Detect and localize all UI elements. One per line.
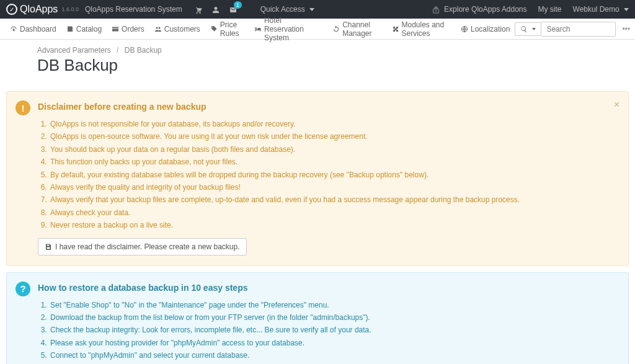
create-backup-button[interactable]: I have read the disclaimer. Please creat… [38,238,247,255]
quick-access-label: Quick Access [260,5,305,14]
save-icon [45,243,52,251]
nav-channel[interactable]: Channel Manager [327,20,386,38]
help-icon: ? [16,282,30,296]
create-backup-label: I have read the disclaimer. Please creat… [55,242,240,251]
nav-customers[interactable]: Customers [149,25,205,33]
nav-label: Channel Manager [342,20,381,38]
nav-label: Hotel Reservation System [264,16,322,42]
disclaimer-item: QloApps is open-source software. You are… [49,130,618,143]
puzzle-icon [392,25,399,33]
warning-icon: ! [16,100,30,115]
restore-panel: ? How to restore a database backup in 10… [6,272,629,364]
breadcrumb: Advanced Parameters / DB Backup [37,46,598,55]
mail-badge: 1 [234,1,242,9]
disclaimer-panel: × ! Disclaimer before creating a new bac… [6,91,629,266]
disclaimer-item: Never restore a backup on a live site. [49,219,618,231]
restore-item: Connect to "phpMyAdmin" and select your … [49,349,618,362]
chevron-down-icon [309,8,314,11]
addons-link[interactable]: Explore QloApps Addons [432,5,527,14]
nav-label: Orders [122,25,144,33]
credit-card-icon [112,25,119,33]
disclaimer-list: QloApps is not responsible for your data… [49,118,618,232]
addons-icon [432,5,442,14]
restore-item: Set "Enable Shop" to "No" in the "Mainte… [49,299,618,311]
disclaimer-item: You should back up your data on a regula… [49,143,618,156]
disclaimer-item: Always verify that your backup files are… [49,193,618,206]
mysite-link[interactable]: My site [538,5,562,14]
disclaimer-item: Always verify the quality and integrity … [49,181,618,193]
nav-localization[interactable]: Localization [456,25,515,33]
restore-title: How to restore a database backup in 10 e… [38,283,618,293]
nav-label: Price Rules [220,20,244,38]
disclaimer-item: By default, your existing database table… [49,169,618,181]
close-icon[interactable]: × [614,99,619,110]
topbar-subtitle: QloApps Reservation System [85,5,182,14]
nav-label: Catalog [76,25,102,33]
disclaimer-item: This function only backs up your databas… [49,156,618,168]
addons-label: Explore QloApps Addons [444,5,526,14]
nav-hotel[interactable]: Hotel Reservation System [249,16,327,42]
restore-item: Unless you enabled the "Drop existing ta… [49,362,618,364]
globe-icon [461,25,468,33]
refresh-icon [332,25,340,33]
nav-label: Localization [471,25,510,33]
gauge-icon [10,25,17,33]
nav-dashboard[interactable]: Dashboard [5,25,61,33]
nav-price-rules[interactable]: Price Rules [205,20,249,38]
restore-item: Download the backup from the list below … [49,311,618,324]
nav-label: Modules and Services [402,20,451,38]
breadcrumb-parent[interactable]: Advanced Parameters [37,46,111,55]
breadcrumb-current: DB Backup [125,46,162,55]
nav-label: Customers [164,25,200,33]
restore-item: Please ask your hosting provider for "ph… [49,337,618,349]
mail-icon[interactable]: 1 [229,5,237,14]
svg-point-0 [435,10,437,11]
search-icon [520,25,528,33]
quick-access-menu[interactable]: Quick Access [260,5,314,14]
nav-catalog[interactable]: Catalog [61,25,107,33]
restore-list: Set "Enable Shop" to "No" in the "Mainte… [49,299,618,364]
nav-label: Dashboard [20,25,56,33]
brand-logo[interactable]: QloApps [6,4,58,15]
version-label: 1.6.0.0 [61,6,79,12]
disclaimer-title: Disclaimer before creating a new backup [38,102,618,112]
breadcrumb-separator: / [117,46,118,55]
user-menu[interactable]: Webkul Demo [573,5,629,14]
book-icon [66,25,74,33]
tag-icon [210,25,218,33]
search-button[interactable] [515,22,541,36]
disclaimer-item: Always check your data. [49,206,618,219]
disclaimer-item: QloApps is not responsible for your data… [49,118,618,130]
main-nav: Dashboard Catalog Orders Customers Price… [0,19,635,40]
cart-icon[interactable] [195,5,202,14]
bed-icon [254,25,262,33]
page-header: Advanced Parameters / DB Backup DB Backu… [0,40,635,85]
chevron-down-icon [532,28,536,30]
user-label: Webkul Demo [573,5,619,14]
nav-orders[interactable]: Orders [107,25,149,33]
users-icon [154,25,162,33]
page-title: DB Backup [37,56,598,75]
search-input[interactable] [541,22,616,37]
brand-text: QloApps [20,4,58,15]
overflow-menu[interactable]: ••• [622,25,630,33]
search-group [515,22,616,37]
nav-modules[interactable]: Modules and Services [387,20,456,38]
user-icon[interactable] [212,5,220,14]
restore-item: Check the backup integrity: Look for err… [49,324,618,336]
chevron-down-icon [624,8,629,11]
brand-check-icon [6,4,17,15]
